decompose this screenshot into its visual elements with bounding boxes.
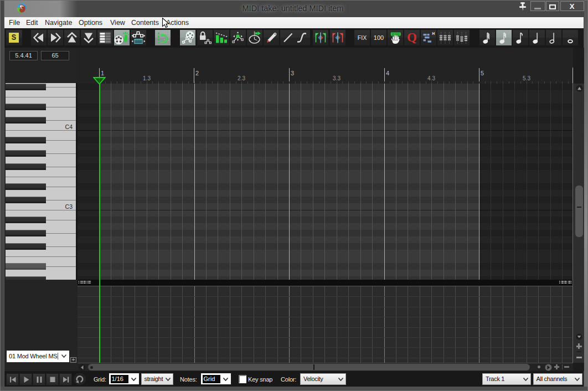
svg-text:DRAWING: DRAWING xyxy=(391,33,401,35)
svg-text:H: H xyxy=(432,32,435,35)
